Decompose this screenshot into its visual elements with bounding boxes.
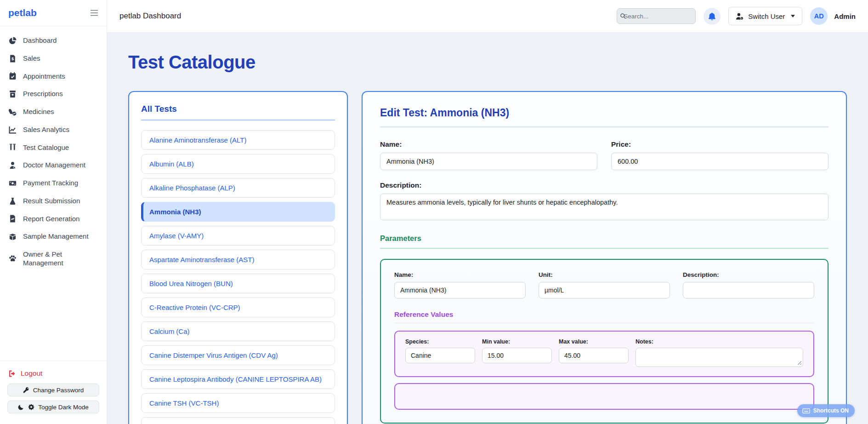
param-unit-label: Unit: (539, 271, 670, 278)
content-columns: All Tests Alanine Aminotransferase (ALT)… (128, 91, 847, 424)
param-unit-input[interactable] (539, 282, 670, 298)
test-list-item[interactable]: Blood Urea Nitrogen (BUN) (141, 274, 335, 293)
param-name-input[interactable] (394, 282, 526, 298)
vials-icon (8, 143, 17, 151)
calendar-check-icon (8, 72, 17, 80)
main-column: petlab Dashboard Switch User AD Admin Te… (107, 0, 868, 424)
sidebar-item-label: Owner & Pet Management (23, 250, 98, 268)
invoice-dollar-icon: $ (8, 55, 17, 63)
price-label: Price: (611, 140, 828, 149)
test-list-item[interactable]: Canine TSH (VC-TSH) (141, 393, 335, 413)
pie-chart-icon (8, 37, 17, 45)
sidebar-item-label: Payment Tracking (23, 179, 78, 188)
sidebar-item-payment-tracking[interactable]: Payment Tracking (8, 174, 98, 192)
search-input[interactable] (617, 8, 696, 24)
sidebar-item-doctor-management[interactable]: Doctor Management (8, 156, 98, 174)
toggle-dark-mode-button[interactable]: Toggle Dark Mode (7, 401, 99, 413)
svg-text:$: $ (11, 57, 14, 61)
sidebar-item-label: Sales (23, 54, 40, 63)
logout-icon (8, 370, 16, 378)
sidebar-item-label: Result Submission (23, 197, 80, 206)
sidebar-item-prescriptions[interactable]: Prescriptions (8, 85, 98, 103)
app-logo: petlab (8, 7, 37, 18)
test-list-item[interactable]: Albumin (ALB) (141, 154, 335, 174)
edit-test-panel: Edit Test: Ammonia (NH3) Name: Price: De… (362, 91, 847, 424)
page-title: Test Catalogue (128, 52, 847, 73)
file-chart-icon (8, 215, 17, 223)
sidebar-item-test-catalogue[interactable]: Test Catalogue (8, 139, 98, 157)
name-label: Name: (380, 140, 597, 149)
ref-notes-group: Notes: (635, 338, 803, 367)
avatar[interactable]: AD (810, 7, 828, 25)
notifications-button[interactable] (703, 8, 720, 25)
sidebar-item-dashboard[interactable]: Dashboard (8, 32, 98, 50)
bell-icon (708, 12, 716, 21)
header-right: Switch User AD Admin (617, 7, 856, 25)
toggle-dark-mode-label: Toggle Dark Mode (38, 404, 89, 411)
gear-icon (28, 404, 34, 410)
test-list-item[interactable]: Aspartate Aminotransferase (AST) (141, 250, 335, 269)
sidebar-item-sales[interactable]: $ Sales (8, 50, 98, 68)
description-label: Description: (380, 181, 828, 189)
sidebar: petlab Dashboard $ Sales Appointments Pr… (0, 0, 107, 424)
test-list-item[interactable]: Canine Distemper Virus Antigen (CDV Ag) (141, 345, 335, 365)
change-password-label: Change Password (33, 387, 84, 394)
test-list-item[interactable] (141, 417, 335, 424)
ref-min-group: Min value: (482, 338, 552, 363)
reference-value-card (394, 383, 814, 410)
sidebar-bottom: Logout Change Password Toggle Dark Mode (0, 361, 107, 424)
key-icon (23, 387, 29, 393)
sidebar-item-label: Sales Analytics (23, 126, 69, 134)
test-list-item[interactable]: Alanine Aminotransferase (ALT) (141, 130, 335, 150)
test-price-input[interactable] (611, 153, 828, 170)
reference-values-heading: Reference Values (394, 310, 814, 323)
ref-notes-textarea[interactable] (635, 348, 803, 367)
switch-user-button[interactable]: Switch User (728, 7, 802, 25)
param-description-label: Description: (683, 271, 814, 278)
ref-min-input[interactable] (482, 348, 552, 363)
param-name-group: Name: (394, 271, 526, 298)
all-tests-panel: All Tests Alanine Aminotransferase (ALT)… (128, 91, 348, 424)
top-header: petlab Dashboard Switch User AD Admin (107, 0, 868, 33)
test-list-item[interactable]: C-Reactive Protein (VC-CRP) (141, 298, 335, 317)
prescription-box-icon (8, 90, 17, 98)
chevron-down-icon (791, 15, 795, 17)
sidebar-item-owner-pet-management[interactable]: Owner & Pet Management (8, 246, 98, 272)
param-unit-group: Unit: (539, 271, 670, 298)
test-name-input[interactable] (380, 153, 597, 170)
sidebar-item-sample-management[interactable]: Sample Management (8, 228, 98, 246)
price-field-group: Price: (611, 140, 828, 170)
ref-max-input[interactable] (559, 348, 629, 363)
all-tests-heading: All Tests (141, 104, 335, 120)
test-list-item-selected[interactable]: Ammonia (NH3) (141, 202, 335, 222)
sidebar-item-medicines[interactable]: Medicines (8, 103, 98, 121)
test-list-item[interactable]: Calcium (Ca) (141, 321, 335, 341)
param-description-input[interactable] (683, 282, 814, 298)
moon-icon (18, 404, 24, 410)
test-list-item[interactable]: Amylase (V-AMY) (141, 226, 335, 246)
keyboard-icon (802, 408, 810, 413)
test-description-textarea[interactable]: Measures ammonia levels, typically for l… (380, 194, 828, 220)
param-name-label: Name: (394, 271, 526, 278)
ref-min-label: Min value: (482, 338, 552, 345)
test-list: Alanine Aminotransferase (ALT) Albumin (… (141, 130, 335, 424)
ref-max-label: Max value: (559, 338, 629, 345)
sidebar-item-sales-analytics[interactable]: Sales Analytics (8, 121, 98, 139)
change-password-button[interactable]: Change Password (7, 384, 99, 396)
ref-species-group: Species: (405, 338, 475, 363)
ref-notes-label: Notes: (635, 338, 803, 345)
sidebar-item-appointments[interactable]: Appointments (8, 68, 98, 86)
name-field-group: Name: (380, 140, 597, 170)
hamburger-menu-icon[interactable] (90, 10, 98, 16)
logout-button[interactable]: Logout (7, 367, 99, 384)
shortcuts-toggle-badge[interactable]: Shortcuts ON (797, 404, 855, 417)
ref-species-input[interactable] (405, 348, 475, 363)
sidebar-item-result-submission[interactable]: Result Submission (8, 192, 98, 210)
username-label: Admin (834, 12, 856, 20)
sidebar-item-label: Dashboard (23, 36, 57, 45)
sidebar-item-report-generation[interactable]: Report Generation (8, 210, 98, 228)
test-list-item[interactable]: Canine Leptospira Antibody (CANINE LEPTO… (141, 369, 335, 389)
header-title: petlab Dashboard (119, 11, 181, 21)
test-list-item[interactable]: Alkaline Phosphatase (ALP) (141, 178, 335, 198)
flask-icon (8, 197, 17, 205)
